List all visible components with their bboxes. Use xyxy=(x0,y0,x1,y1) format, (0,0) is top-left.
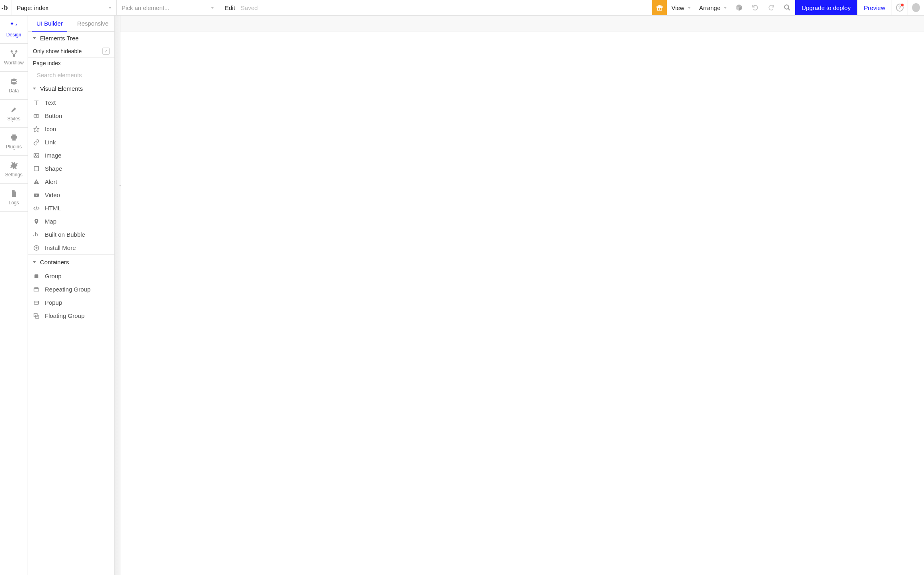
sidebar-panel: UI Builder Responsive Elements Tree Only… xyxy=(28,16,115,575)
element-link[interactable]: Link xyxy=(28,136,114,149)
sidebar-scrollbar[interactable] xyxy=(115,16,120,575)
link-icon xyxy=(33,139,40,146)
search-button[interactable] xyxy=(779,0,795,15)
arrange-label: Arrange xyxy=(699,4,720,11)
rail-item-logs[interactable]: Logs xyxy=(0,184,28,212)
video-icon xyxy=(33,192,40,198)
rail-label: Design xyxy=(6,32,21,38)
svg-rect-33 xyxy=(34,274,38,278)
element-install-more[interactable]: Install More xyxy=(28,241,114,254)
visual-elements-header[interactable]: Visual Elements xyxy=(28,81,114,96)
tab-ui-builder[interactable]: UI Builder xyxy=(28,16,71,31)
element-group[interactable]: Group xyxy=(28,270,114,283)
edit-status: Edit Saved xyxy=(219,0,263,15)
element-alert[interactable]: Alert xyxy=(28,175,114,188)
page-selector[interactable]: Page: index xyxy=(12,0,117,15)
element-popup[interactable]: Popup xyxy=(28,296,114,309)
styles-icon xyxy=(10,106,18,114)
element-label: Install More xyxy=(45,244,76,251)
svg-point-11 xyxy=(11,82,16,84)
preview-button[interactable]: Preview xyxy=(858,0,892,15)
element-html[interactable]: HTML xyxy=(28,202,114,215)
preview-label: Preview xyxy=(864,4,885,11)
svg-point-3 xyxy=(784,5,789,9)
data-icon xyxy=(10,78,18,86)
redo-icon xyxy=(768,4,775,11)
only-hideable-checkbox[interactable]: ✓ xyxy=(102,48,110,55)
edit-label[interactable]: Edit xyxy=(225,4,235,11)
element-icon[interactable]: Icon xyxy=(28,122,114,136)
search-icon xyxy=(784,4,791,11)
element-label: Map xyxy=(45,218,56,225)
saved-label: Saved xyxy=(241,4,258,11)
toolbar-spacer xyxy=(263,0,652,15)
chevron-down-icon xyxy=(688,7,691,9)
chevron-down-icon xyxy=(724,7,727,9)
chevron-down-icon xyxy=(211,7,214,9)
element-label: Alert xyxy=(45,178,57,185)
element-label: Button xyxy=(45,112,62,119)
elements-tree-label: Elements Tree xyxy=(40,35,79,42)
rail-item-styles[interactable]: Styles xyxy=(0,100,28,128)
element-text[interactable]: Text xyxy=(28,96,114,109)
rail-item-plugins[interactable]: Plugins xyxy=(0,128,28,156)
rail-label: Plugins xyxy=(6,144,22,150)
logo[interactable]: b xyxy=(0,0,12,15)
element-label: Image xyxy=(45,152,62,159)
element-video[interactable]: Video xyxy=(28,188,114,202)
alert-icon xyxy=(33,179,40,185)
element-button[interactable]: Button xyxy=(28,109,114,122)
upgrade-button[interactable]: Upgrade to deploy xyxy=(795,0,858,15)
element-floating-group[interactable]: Floating Group xyxy=(28,309,114,322)
visual-elements-label: Visual Elements xyxy=(40,85,83,92)
element-image[interactable]: Image xyxy=(28,149,114,162)
element-label: Repeating Group xyxy=(45,286,90,293)
svg-point-6 xyxy=(10,50,12,52)
element-shape[interactable]: Shape xyxy=(28,162,114,175)
containers-header[interactable]: Containers xyxy=(28,255,114,270)
svg-point-7 xyxy=(15,50,17,52)
text-icon xyxy=(33,100,40,106)
element-picker[interactable]: Pick an element... xyxy=(117,0,219,15)
svg-rect-36 xyxy=(34,301,39,304)
tab-label: Responsive xyxy=(77,20,108,27)
rail-item-workflow[interactable]: Workflow xyxy=(0,44,28,72)
page-index-row[interactable]: Page index xyxy=(28,58,114,69)
svg-point-10 xyxy=(11,80,16,82)
element-label: Text xyxy=(45,99,56,106)
help-button[interactable]: ? xyxy=(892,0,908,15)
view-menu[interactable]: View xyxy=(667,0,695,15)
svg-point-8 xyxy=(13,55,15,57)
undo-button[interactable] xyxy=(747,0,763,15)
svg-rect-35 xyxy=(35,287,38,288)
upgrade-label: Upgrade to deploy xyxy=(802,4,851,11)
svg-marker-20 xyxy=(34,126,39,132)
account-button[interactable] xyxy=(908,0,924,15)
element-label: Shape xyxy=(45,165,62,172)
element-repeating-group[interactable]: Repeating Group xyxy=(28,283,114,296)
search-elements-input[interactable] xyxy=(37,72,113,78)
cube-icon xyxy=(735,4,743,12)
rail-item-data[interactable]: Data xyxy=(0,72,28,100)
element-map[interactable]: Map xyxy=(28,215,114,228)
gift-button[interactable] xyxy=(652,0,667,15)
rail-item-design[interactable]: Design xyxy=(0,16,28,44)
left-rail: Design Workflow Data Styles Plugins Sett… xyxy=(0,16,28,575)
svg-rect-34 xyxy=(34,289,39,291)
cube-button[interactable] xyxy=(731,0,747,15)
sidebar-tabs: UI Builder Responsive xyxy=(28,16,114,32)
elements-tree-header[interactable]: Elements Tree xyxy=(28,32,114,45)
element-label: HTML xyxy=(45,205,61,212)
element-built-on-bubble[interactable]: .b Built on Bubble xyxy=(28,228,114,241)
popup-icon xyxy=(33,299,40,306)
plugins-icon xyxy=(10,134,18,142)
canvas[interactable] xyxy=(120,16,924,575)
rail-item-settings[interactable]: Settings xyxy=(0,156,28,184)
redo-button[interactable] xyxy=(763,0,779,15)
chevron-down-icon xyxy=(108,7,112,9)
svg-point-25 xyxy=(36,183,36,183)
design-icon xyxy=(10,22,18,30)
tab-responsive[interactable]: Responsive xyxy=(71,16,114,31)
arrange-menu[interactable]: Arrange xyxy=(695,0,731,15)
undo-icon xyxy=(752,4,759,11)
